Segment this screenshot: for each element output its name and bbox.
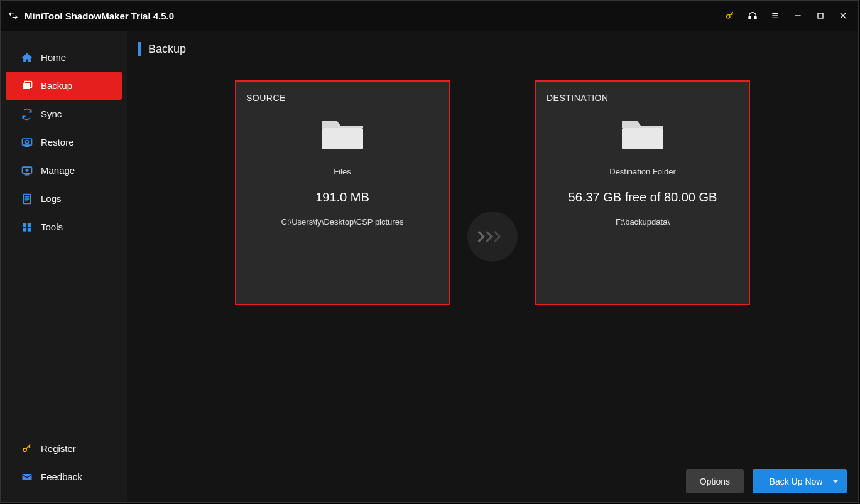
footer-actions: Options Back Up Now [686, 469, 847, 493]
button-separator [829, 473, 829, 490]
svg-rect-23 [28, 223, 31, 227]
source-path: C:\Users\fy\Desktop\CSP pictures [281, 217, 404, 227]
sidebar-item-logs[interactable]: Logs [6, 185, 122, 213]
main-panel: Backup SOURCE Files 191.0 MB C:\Users\fy… [127, 31, 858, 502]
sync-icon [21, 108, 33, 121]
sidebar: Home Backup Sync Restore Manage [1, 31, 127, 502]
destination-heading: DESTINATION [547, 93, 739, 103]
minimize-icon[interactable] [792, 9, 804, 22]
destination-card[interactable]: DESTINATION Destination Folder 56.37 GB … [535, 80, 750, 305]
svg-rect-29 [622, 128, 663, 149]
sidebar-item-sync[interactable]: Sync [6, 100, 122, 128]
title-bar-right [724, 9, 849, 22]
sidebar-item-label: Home [41, 52, 66, 63]
svg-rect-2 [754, 16, 756, 19]
manage-icon [21, 164, 33, 177]
folder-icon [319, 114, 366, 154]
svg-rect-12 [23, 139, 32, 145]
sidebar-item-label: Sync [41, 109, 62, 119]
app-title: MiniTool ShadowMaker Trial 4.5.0 [24, 11, 174, 21]
sidebar-bottom: Register Feedback [1, 434, 127, 491]
backup-icon [21, 80, 33, 92]
sidebar-item-tools[interactable]: Tools [6, 213, 122, 241]
source-card-body: Files 191.0 MB C:\Users\fy\Desktop\CSP p… [246, 110, 438, 292]
sidebar-item-register[interactable]: Register [6, 434, 122, 463]
arrow-indicator [467, 212, 518, 262]
source-type-label: Files [334, 167, 351, 176]
sidebar-item-label: Tools [41, 222, 63, 232]
svg-rect-1 [749, 16, 751, 19]
restore-icon [21, 136, 33, 149]
destination-free-space: 56.37 GB free of 80.00 GB [569, 190, 717, 205]
tools-icon [21, 221, 33, 233]
sidebar-nav: Home Backup Sync Restore Manage [1, 43, 127, 241]
backup-cards-row: SOURCE Files 191.0 MB C:\Users\fy\Deskto… [138, 80, 847, 305]
logs-icon [21, 193, 33, 205]
sidebar-item-home[interactable]: Home [6, 43, 122, 72]
options-button-label: Options [700, 476, 730, 486]
home-icon [21, 51, 33, 64]
sidebar-item-label: Feedback [41, 471, 82, 482]
menu-icon[interactable] [769, 9, 781, 22]
sidebar-item-label: Manage [41, 165, 75, 176]
folder-icon [619, 114, 666, 154]
sidebar-item-restore[interactable]: Restore [6, 128, 122, 156]
app-logo-icon [7, 9, 19, 22]
key-icon [21, 442, 33, 455]
svg-point-16 [26, 169, 28, 171]
svg-point-13 [26, 140, 29, 143]
title-bar: MiniTool ShadowMaker Trial 4.5.0 [1, 1, 858, 31]
svg-rect-7 [818, 13, 823, 18]
sidebar-item-backup[interactable]: Backup [6, 72, 122, 100]
sidebar-item-feedback[interactable]: Feedback [6, 463, 122, 491]
destination-path: F:\backupdata\ [616, 217, 670, 227]
source-heading: SOURCE [246, 93, 438, 103]
sidebar-item-manage[interactable]: Manage [6, 156, 122, 185]
svg-point-0 [727, 15, 730, 18]
sidebar-item-label: Backup [41, 80, 72, 91]
dropdown-caret-icon[interactable] [830, 469, 841, 493]
destination-type-label: Destination Folder [609, 167, 676, 176]
close-icon[interactable] [837, 9, 849, 22]
backup-now-button[interactable]: Back Up Now [753, 469, 847, 493]
source-card[interactable]: SOURCE Files 191.0 MB C:\Users\fy\Deskto… [235, 80, 450, 305]
key-icon[interactable] [724, 9, 736, 22]
options-button[interactable]: Options [686, 469, 744, 493]
title-bar-left: MiniTool ShadowMaker Trial 4.5.0 [7, 9, 174, 22]
destination-card-body: Destination Folder 56.37 GB free of 80.0… [547, 110, 739, 292]
source-size: 191.0 MB [315, 190, 369, 205]
page-header: Backup [138, 42, 847, 65]
backup-now-label: Back Up Now [770, 476, 823, 486]
svg-rect-25 [28, 227, 31, 231]
mail-icon [21, 471, 33, 483]
app-body: Home Backup Sync Restore Manage [1, 31, 858, 502]
app-window: MiniTool ShadowMaker Trial 4.5.0 [0, 0, 859, 503]
header-accent-bar [138, 42, 141, 56]
svg-rect-22 [23, 223, 26, 227]
sidebar-item-label: Register [41, 443, 76, 454]
page-title: Backup [148, 43, 186, 56]
sidebar-item-label: Logs [41, 193, 62, 204]
svg-rect-24 [23, 227, 26, 231]
svg-rect-28 [322, 128, 363, 149]
maximize-icon[interactable] [814, 9, 827, 22]
sidebar-item-label: Restore [41, 137, 74, 147]
headphones-icon[interactable] [746, 9, 759, 22]
